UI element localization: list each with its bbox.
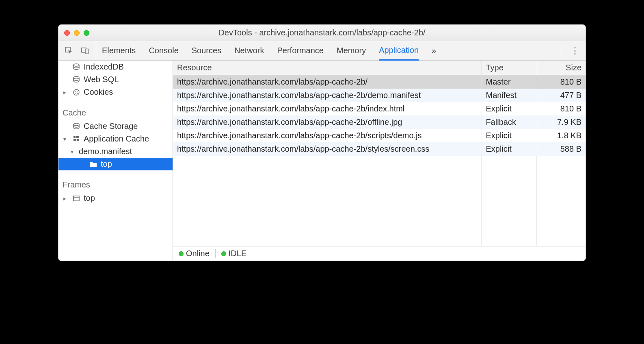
table-row[interactable]: https://archive.jonathanstark.com/labs/a…: [173, 142, 586, 156]
toolbar-right: ⋮: [561, 41, 586, 60]
sidebar-label: top: [84, 194, 95, 203]
sidebar-label: Web SQL: [84, 75, 119, 84]
more-options-icon[interactable]: ⋮: [571, 47, 579, 55]
cache-status: IDLE: [221, 249, 246, 258]
svg-rect-11: [73, 136, 76, 138]
cell-type: Explicit: [482, 129, 537, 142]
status-dot-icon: [221, 251, 226, 256]
cell-size: 477 B: [537, 89, 586, 102]
table-row[interactable]: https://archive.jonathanstark.com/labs/a…: [173, 89, 586, 102]
inspect-element-icon[interactable]: [65, 47, 73, 55]
sidebar-item-manifest[interactable]: demo.manifest: [58, 145, 173, 158]
table-row[interactable]: https://archive.jonathanstark.com/labs/a…: [173, 115, 586, 129]
traffic-lights: [58, 30, 89, 36]
frame-icon: [72, 195, 80, 202]
sidebar-item-indexeddb[interactable]: IndexedDB: [58, 61, 173, 73]
sidebar-label: demo.manifest: [79, 147, 132, 156]
sidebar-item-top-frame[interactable]: top: [58, 158, 173, 170]
column-header-size[interactable]: Size: [537, 61, 586, 75]
database-icon: [72, 123, 80, 130]
sidebar-label: IndexedDB: [84, 62, 124, 72]
svg-point-3: [73, 64, 79, 66]
cell-size: 7.9 KB: [537, 115, 586, 129]
sidebar: IndexedDB Web SQL Cookies Cache: [58, 61, 173, 261]
tab-console[interactable]: Console: [149, 41, 178, 60]
folder-icon: [89, 161, 97, 168]
svg-point-7: [77, 90, 78, 91]
cell-size: 810 B: [537, 75, 586, 89]
sidebar-item-cache-storage[interactable]: Cache Storage: [58, 120, 173, 133]
device-toggle-icon[interactable]: [81, 47, 89, 55]
column-header-resource[interactable]: Resource: [173, 61, 482, 75]
toolbar: Elements Console Sources Network Perform…: [58, 41, 586, 61]
svg-rect-2: [85, 49, 88, 54]
tab-application[interactable]: Application: [379, 41, 419, 61]
sidebar-label: Application Cache: [84, 134, 149, 144]
tab-performance[interactable]: Performance: [277, 41, 324, 60]
sidebar-item-websql[interactable]: Web SQL: [58, 73, 173, 86]
tab-elements[interactable]: Elements: [102, 41, 136, 60]
minimize-window-button[interactable]: [74, 30, 80, 36]
cell-size: 1.8 KB: [537, 129, 586, 142]
cell-size: 588 B: [537, 142, 586, 156]
cell-resource: https://archive.jonathanstark.com/labs/a…: [173, 129, 482, 142]
svg-point-5: [73, 89, 79, 95]
svg-point-8: [76, 93, 76, 94]
sidebar-label: Cache Storage: [84, 122, 138, 131]
sidebar-item-cookies[interactable]: Cookies: [58, 86, 173, 98]
window-title: DevTools - archive.jonathanstark.com/lab…: [58, 28, 586, 37]
content-area: IndexedDB Web SQL Cookies Cache: [58, 61, 586, 261]
cookie-icon: [72, 89, 80, 96]
cell-size: 810 B: [537, 102, 586, 115]
grid-icon: [72, 135, 80, 143]
main-pane: Resource Type Size https://archive.jonat…: [173, 61, 586, 261]
svg-point-4: [73, 76, 79, 79]
sidebar-label: Cookies: [84, 87, 113, 97]
cell-resource: https://archive.jonathanstark.com/labs/a…: [173, 142, 482, 156]
tab-strip: Elements Console Sources Network Perform…: [96, 41, 561, 60]
table-row[interactable]: https://archive.jonathanstark.com/labs/a…: [173, 129, 586, 142]
table-row[interactable]: https://archive.jonathanstark.com/labs/a…: [173, 102, 586, 115]
svg-point-10: [73, 123, 79, 126]
sidebar-item-application-cache[interactable]: Application Cache: [58, 133, 173, 145]
svg-point-9: [77, 92, 78, 93]
tab-sources[interactable]: Sources: [192, 41, 221, 60]
cell-type: Fallback: [482, 115, 537, 129]
cell-type: Master: [482, 75, 537, 89]
svg-rect-12: [76, 136, 79, 138]
sidebar-group-frames: Frames: [58, 178, 173, 192]
status-footer: Online IDLE: [173, 246, 586, 261]
cell-resource: https://archive.jonathanstark.com/labs/a…: [173, 115, 482, 129]
cell-type: Explicit: [482, 142, 537, 156]
status-dot-icon: [179, 251, 184, 256]
zoom-window-button[interactable]: [84, 30, 89, 36]
cell-type: Manifest: [482, 89, 537, 102]
cell-type: Explicit: [482, 102, 537, 115]
online-status: Online: [179, 249, 210, 258]
toolbar-left: [58, 41, 96, 60]
titlebar: DevTools - archive.jonathanstark.com/lab…: [58, 25, 586, 41]
cell-resource: https://archive.jonathanstark.com/labs/a…: [173, 75, 482, 89]
sidebar-group-cache: Cache: [58, 106, 173, 120]
cell-resource: https://archive.jonathanstark.com/labs/a…: [173, 89, 482, 102]
devtools-window: DevTools - archive.jonathanstark.com/lab…: [58, 24, 586, 261]
resource-table: Resource Type Size https://archive.jonat…: [173, 61, 586, 156]
svg-rect-13: [73, 139, 76, 141]
svg-rect-15: [73, 196, 79, 201]
table-row[interactable]: https://archive.jonathanstark.com/labs/a…: [173, 75, 586, 89]
cell-resource: https://archive.jonathanstark.com/labs/a…: [173, 102, 482, 115]
database-icon: [72, 63, 80, 71]
tab-network[interactable]: Network: [234, 41, 264, 60]
database-icon: [72, 76, 80, 83]
svg-point-6: [75, 91, 76, 91]
toolbar-divider: [561, 45, 561, 56]
svg-rect-14: [77, 139, 79, 141]
sidebar-label: top: [101, 159, 112, 169]
table-header-row: Resource Type Size: [173, 61, 586, 75]
close-window-button[interactable]: [64, 30, 70, 36]
tabs-overflow-button[interactable]: »: [432, 41, 436, 60]
sidebar-item-frames-top[interactable]: top: [58, 192, 173, 205]
column-header-type[interactable]: Type: [482, 61, 537, 75]
footer-divider: [215, 249, 216, 258]
tab-memory[interactable]: Memory: [337, 41, 366, 60]
